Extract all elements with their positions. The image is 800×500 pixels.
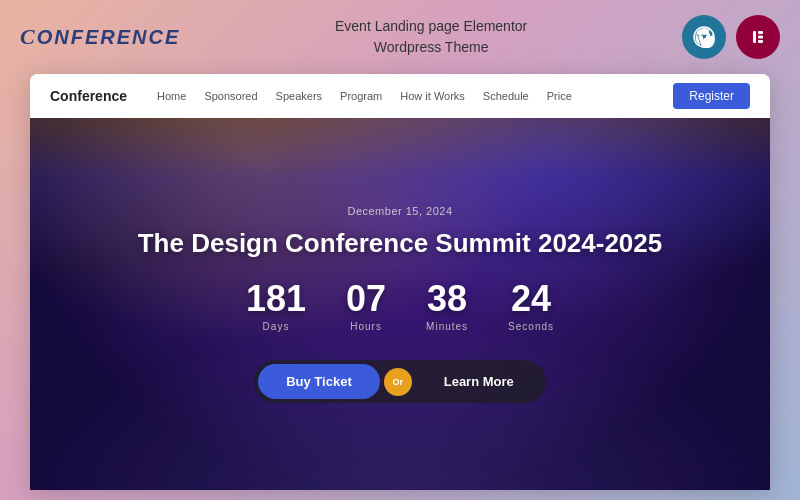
top-header: CONFERENCE Event Landing page Elementor … xyxy=(0,0,800,74)
header-title: Event Landing page Elementor Wordpress T… xyxy=(335,16,527,58)
learn-more-button[interactable]: Learn More xyxy=(416,364,542,399)
hero-date: December 15, 2024 xyxy=(347,205,452,217)
minutes-label: Minutes xyxy=(426,321,468,332)
days-label: Days xyxy=(263,321,290,332)
nav-how-it-works[interactable]: How it Works xyxy=(400,90,465,102)
nav-schedule[interactable]: Schedule xyxy=(483,90,529,102)
svg-rect-2 xyxy=(758,31,763,34)
site-logo: Conference xyxy=(50,88,127,104)
nav-speakers[interactable]: Speakers xyxy=(276,90,322,102)
preview-container: Conference Home Sponsored Speakers Progr… xyxy=(30,74,770,490)
hero-section: December 15, 2024 The Design Conference … xyxy=(30,118,770,490)
hero-title: The Design Conference Summit 2024-2025 xyxy=(138,227,663,260)
nav-home[interactable]: Home xyxy=(157,90,186,102)
svg-rect-3 xyxy=(758,36,763,39)
hero-buttons: Buy Ticket Or Learn More xyxy=(254,360,546,403)
svg-rect-4 xyxy=(758,40,763,43)
svg-rect-1 xyxy=(753,31,756,43)
nav-sponsored[interactable]: Sponsored xyxy=(204,90,257,102)
register-button[interactable]: Register xyxy=(673,83,750,109)
elementor-icon[interactable] xyxy=(736,15,780,59)
days-value: 181 xyxy=(246,281,306,317)
countdown-days: 181 Days xyxy=(246,281,306,332)
wordpress-icon[interactable] xyxy=(682,15,726,59)
seconds-label: Seconds xyxy=(508,321,554,332)
minutes-value: 38 xyxy=(427,281,467,317)
brand-logo: CONFERENCE xyxy=(20,24,180,50)
countdown-timer: 181 Days 07 Hours 38 Minutes 24 Seconds xyxy=(246,281,554,332)
nav-price[interactable]: Price xyxy=(547,90,572,102)
hours-value: 07 xyxy=(346,281,386,317)
seconds-value: 24 xyxy=(511,281,551,317)
site-nav: Conference Home Sponsored Speakers Progr… xyxy=(30,74,770,118)
countdown-seconds: 24 Seconds xyxy=(508,281,554,332)
nav-program[interactable]: Program xyxy=(340,90,382,102)
or-divider: Or xyxy=(384,368,412,396)
hero-content: December 15, 2024 The Design Conference … xyxy=(30,205,770,404)
platform-icons xyxy=(682,15,780,59)
buy-ticket-button[interactable]: Buy Ticket xyxy=(258,364,380,399)
hours-label: Hours xyxy=(350,321,382,332)
nav-links: Home Sponsored Speakers Program How it W… xyxy=(157,90,673,102)
countdown-minutes: 38 Minutes xyxy=(426,281,468,332)
countdown-hours: 07 Hours xyxy=(346,281,386,332)
